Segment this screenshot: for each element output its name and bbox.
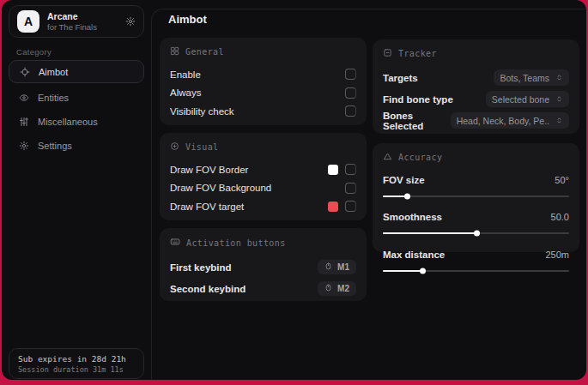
tracker-label: Targets — [383, 73, 418, 83]
setting-row: Always — [170, 84, 356, 103]
visual-card-header: Visual — [170, 141, 356, 153]
setting-row: Draw FOV Background — [170, 179, 356, 198]
slider-row: Smoothness 50.0 — [383, 208, 569, 227]
slider-fill — [383, 232, 476, 234]
general-card-header: General — [170, 46, 356, 57]
keyboard-icon — [170, 237, 180, 249]
slider-fill — [383, 270, 422, 272]
brand-card: A Arcane for The Finals — [9, 5, 144, 38]
sidebar-item-label: Entities — [38, 93, 69, 103]
unfold-icon — [555, 94, 563, 105]
draw-fov-border-checkbox[interactable] — [345, 164, 356, 175]
sidebar-item-settings[interactable]: Settings — [9, 137, 144, 154]
max-distance-slider[interactable] — [383, 270, 569, 272]
setting-controls — [328, 201, 356, 212]
keybind-row: First keybind M1 — [170, 256, 356, 278]
target-box-icon — [383, 48, 392, 59]
gear-icon[interactable] — [125, 16, 136, 27]
brand-text: Arcane for The Finals — [47, 11, 125, 32]
color-swatch-red[interactable] — [328, 202, 338, 212]
setting-label: Always — [170, 87, 201, 98]
keybind-value: M2 — [337, 284, 349, 293]
card-title: Accuracy — [398, 153, 442, 162]
slider-row: FOV size 50° — [383, 171, 569, 189]
activation-buttons-card: Activation buttons First keybind M1 Seco… — [160, 228, 367, 301]
fov-circle-icon — [170, 141, 179, 153]
dropdown-value: Bots, Teams — [500, 73, 549, 83]
mouse-icon — [324, 262, 332, 272]
fov-size-value: 50° — [555, 175, 569, 185]
unfold-icon — [555, 73, 563, 83]
sidebar: A Arcane for The Finals Category Aimbot … — [2, 0, 151, 380]
card-title: Tracker — [398, 49, 437, 58]
tracker-row: Targets Bots, Teams — [383, 67, 569, 88]
category-label: Category — [16, 47, 52, 57]
keybind-value: M1 — [337, 262, 349, 272]
tracker-row: Bones Selected Head, Neck, Body, Pe.. — [383, 110, 569, 131]
sidebar-item-aimbot[interactable]: Aimbot — [9, 60, 144, 83]
card-title: Activation buttons — [186, 238, 286, 248]
subscription-status-card: Sub expires in 28d 21h Session duration … — [9, 348, 144, 379]
setting-label: Visibility check — [170, 106, 234, 117]
unfold-icon — [555, 116, 563, 126]
draw-fov-target-checkbox[interactable] — [345, 201, 356, 212]
slider-thumb[interactable] — [420, 268, 426, 274]
tracker-row: Find bone type Selected bone — [383, 88, 569, 110]
bones-selected-dropdown[interactable]: Head, Neck, Body, Pe.. — [451, 112, 569, 129]
visual-card: Visual Draw FOV Border Draw FOV Backgrou… — [160, 133, 367, 220]
setting-label: Draw FOV target — [170, 202, 244, 212]
tracker-card: Tracker Targets Bots, Teams Find bone ty… — [373, 39, 579, 134]
visibility-check-checkbox[interactable] — [345, 105, 356, 117]
find-bone-type-dropdown[interactable]: Selected bone — [486, 91, 569, 107]
targets-dropdown[interactable]: Bots, Teams — [494, 69, 569, 86]
mouse-icon — [324, 284, 332, 293]
dropdown-value: Selected bone — [492, 94, 549, 105]
setting-label: Enable — [170, 69, 201, 80]
always-checkbox[interactable] — [345, 87, 356, 99]
sidebar-item-entities[interactable]: Entities — [9, 89, 144, 106]
activation-card-header: Activation buttons — [170, 237, 356, 249]
color-swatch-white[interactable] — [328, 165, 338, 175]
slider-thumb[interactable] — [474, 231, 480, 237]
smoothness-value: 50.0 — [551, 212, 569, 222]
setting-label: Draw FOV Border — [170, 165, 248, 175]
accuracy-card-header: Accuracy — [383, 152, 569, 163]
brand-subtitle: for The Finals — [47, 22, 125, 32]
sub-expiry-text: Sub expires in 28d 21h — [18, 353, 135, 364]
session-duration-text: Session duration 31m 11s — [18, 364, 135, 375]
general-card: General Enable Always Visibility check — [160, 38, 367, 125]
crosshair-icon — [20, 67, 30, 77]
tracker-label: Bones Selected — [383, 111, 451, 131]
sidebar-item-label: Settings — [38, 141, 72, 151]
page-title: Aimbot — [168, 13, 207, 26]
sidebar-item-miscellaneous[interactable]: Miscellaneous — [9, 113, 144, 130]
smoothness-slider[interactable] — [383, 232, 569, 234]
slider-label: Smoothness — [383, 212, 442, 222]
slider-label: Max distance — [383, 250, 445, 260]
gear-icon — [19, 141, 29, 151]
setting-row: Draw FOV Border — [170, 160, 356, 179]
slider-row: Max distance 250m — [383, 245, 569, 264]
app-window: A Arcane for The Finals Category Aimbot … — [2, 0, 586, 380]
second-keybind-button[interactable]: M2 — [318, 281, 356, 296]
brand-name: Arcane — [47, 11, 125, 22]
brand-logo: A — [17, 10, 39, 33]
setting-label: Draw FOV Background — [170, 183, 271, 193]
eye-icon — [19, 93, 29, 103]
slider-thumb[interactable] — [404, 193, 410, 199]
keybind-label: Second keybind — [170, 284, 246, 294]
first-keybind-button[interactable]: M1 — [318, 260, 356, 274]
card-title: General — [185, 47, 224, 57]
keybind-label: First keybind — [170, 262, 232, 273]
tracker-label: Find bone type — [383, 94, 453, 105]
fov-size-slider[interactable] — [383, 196, 569, 197]
dropdown-value: Head, Neck, Body, Pe.. — [457, 116, 549, 126]
tracker-card-header: Tracker — [383, 48, 569, 59]
sidebar-item-label: Aimbot — [39, 67, 68, 77]
draw-fov-background-checkbox[interactable] — [345, 183, 356, 194]
card-title: Visual — [185, 142, 219, 152]
setting-row: Enable — [170, 65, 356, 84]
enable-checkbox[interactable] — [345, 69, 356, 80]
grid-icon — [170, 46, 179, 57]
setting-controls — [328, 164, 356, 175]
